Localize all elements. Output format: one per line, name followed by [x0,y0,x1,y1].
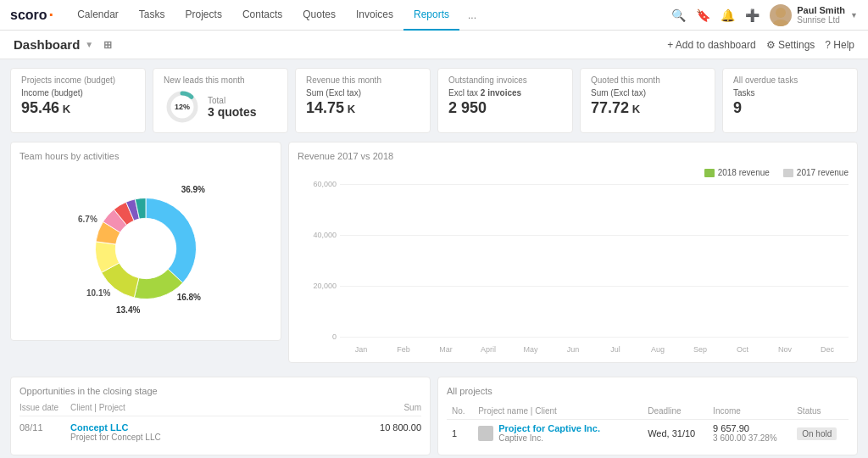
kpi-row: Projects income (budget) Income (budget)… [0,59,868,142]
proj-deadline: Wed, 31/10 [643,420,708,447]
kpi-label-4: Outstanding invoices [448,75,562,85]
team-hours-card: Team hours by activities 36.9% 16.8% 13.… [10,142,281,341]
x-label-oct: Oct [721,345,764,354]
legend-2018-color [704,169,715,177]
donut-label-1: 36.9% [181,185,205,194]
avatar [770,4,792,26]
opportunities-title: Opportunities in the closing stage [19,386,421,396]
donut-chart: 36.9% 16.8% 13.4% 10.1% 6.7% [74,176,218,323]
proj-status: On hold [797,427,837,440]
help-button[interactable]: ? Help [825,39,854,51]
opportunities-card: Opportunities in the closing stage Issue… [10,377,431,455]
nav-items: Calendar Tasks Projects Contacts Quotes … [67,0,485,31]
dashboard-header: Dashboard ▼ ⊞ + Add to dashboard ⚙ Setti… [0,31,868,59]
settings-button[interactable]: ⚙ Settings [766,39,815,51]
nav-projects[interactable]: Projects [175,0,232,31]
team-hours-title: Team hours by activities [19,151,272,161]
proj-progress: 3 600.00 37.28% [713,433,787,443]
donut-label-2: 16.8% [177,293,201,302]
col-issue-date: Issue date [19,403,70,412]
kpi-quoted-month: Quoted this month Sum (Excl tax) 77.72 K [580,68,715,133]
x-label-aug: Aug [637,345,679,354]
bars-container [340,184,849,337]
opp-sum: 10 800.00 [353,422,421,442]
notification-icon[interactable]: 🔔 [721,8,735,22]
project-row: 1 Project for Captive Inc. Captive Inc. … [447,420,849,447]
kpi-label-1: Projects income (budget) [21,75,135,85]
nav-invoices[interactable]: Invoices [346,0,403,31]
x-label-nov: Nov [764,345,806,354]
opportunity-row: 08/11 Concept LLC Project for Concept LL… [19,420,421,444]
add-icon[interactable]: ➕ [745,8,760,22]
bookmark-icon[interactable]: 🔖 [696,8,710,22]
proj-client: Captive Inc. [498,433,600,443]
donut-label-5: 6.7% [78,215,97,224]
add-to-dashboard-button[interactable]: + Add to dashboard [667,39,755,51]
user-menu[interactable]: Paul Smith Sunrise Ltd ▼ [770,4,858,26]
svg-point-1 [772,20,789,26]
revenue-section: Revenue 2017 vs 2018 2018 revenue 2017 r… [288,142,858,370]
x-axis: JanFebMarAprilMayJunJulAugSepOctNovDec [340,345,849,354]
revenue-title: Revenue 2017 vs 2018 [298,151,849,161]
x-label-dec: Dec [806,345,849,354]
x-label-sep: Sep [679,345,721,354]
search-icon[interactable]: 🔍 [671,8,686,22]
donut-pct: 12% [175,103,190,111]
bar-chart-area: 60,00040,00020,0000 JanFebMarAprilMayJun… [298,184,849,354]
proj-name[interactable]: Project for Captive Inc. [498,423,600,433]
x-label-may: May [509,345,552,354]
main-content: Team hours by activities 36.9% 16.8% 13.… [0,142,868,377]
kpi-sublabel-6: Tasks [733,88,847,98]
x-label-jun: Jun [552,345,594,354]
svg-point-0 [776,8,786,18]
x-label-feb: Feb [382,345,425,354]
nav-calendar[interactable]: Calendar [67,0,129,31]
kpi-value-4: 2 950 [448,99,562,117]
kpi-donut-wrapper: 12% Total 3 quotes [164,88,277,126]
nav-tasks[interactable]: Tasks [129,0,175,31]
kpi-sublabel-5: Sum (Excl tax) [591,88,704,98]
kpi-sublabel-1: Income (budget) [21,88,135,98]
nav-reports[interactable]: Reports [403,0,459,31]
kpi-value-1: 95.46 K [21,99,135,117]
proj-no: 1 [447,420,473,447]
team-hours-section: Team hours by activities 36.9% 16.8% 13.… [10,142,281,370]
user-dropdown-icon: ▼ [850,11,858,20]
legend-2017-color [783,169,793,177]
x-label-jul: Jul [594,345,637,354]
kpi-value-3: 14.75 K [306,99,420,117]
kpi-label-3: Revenue this month [306,75,420,85]
dashboard-dropdown-icon[interactable]: ▼ [85,40,93,49]
bottom-row: Opportunities in the closing stage Issue… [0,377,868,458]
top-navigation: scoro· Calendar Tasks Projects Contacts … [0,0,868,31]
nav-quotes[interactable]: Quotes [292,0,346,31]
kpi-label-6: All overdue tasks [733,75,847,85]
opp-client[interactable]: Concept LLC [70,422,353,433]
kpi-projects-income: Projects income (budget) Income (budget)… [10,68,146,133]
legend-2018: 2018 revenue [704,168,770,177]
kpi-revenue-month: Revenue this month Sum (Excl tax) 14.75 … [295,68,431,133]
donut-label-4: 10.1% [86,288,110,298]
dashboard-filter-icon[interactable]: ⊞ [103,39,112,51]
col-income: Income [708,403,792,420]
kpi-overdue-tasks: All overdue tasks Tasks 9 [722,68,858,133]
col-sum: Sum [353,403,421,412]
dashboard-actions: + Add to dashboard ⚙ Settings ? Help [667,39,854,51]
svg-point-4 [117,220,175,277]
dashboard-title: Dashboard ▼ ⊞ [14,37,112,52]
x-label-jan: Jan [340,345,382,354]
nav-more[interactable]: ... [459,0,485,31]
kpi-sublabel-3: Sum (Excl tax) [306,88,420,98]
logo[interactable]: scoro· [10,5,53,25]
nav-contacts[interactable]: Contacts [232,0,292,31]
legend-2017: 2017 revenue [783,168,849,177]
kpi-sublabel-4: Excl tax 2 invoices [448,88,562,98]
revenue-card: Revenue 2017 vs 2018 2018 revenue 2017 r… [288,142,858,363]
bar-chart-legend: 2018 revenue 2017 revenue [298,168,849,177]
opp-date: 08/11 [19,422,70,442]
col-no: No. [447,403,473,420]
kpi-outstanding-invoices: Outstanding invoices Excl tax 2 invoices… [437,68,573,133]
col-name: Project name | Client [473,403,643,420]
opp-project: Project for Concept LLC [70,433,353,442]
user-name: Paul Smith [797,5,845,15]
